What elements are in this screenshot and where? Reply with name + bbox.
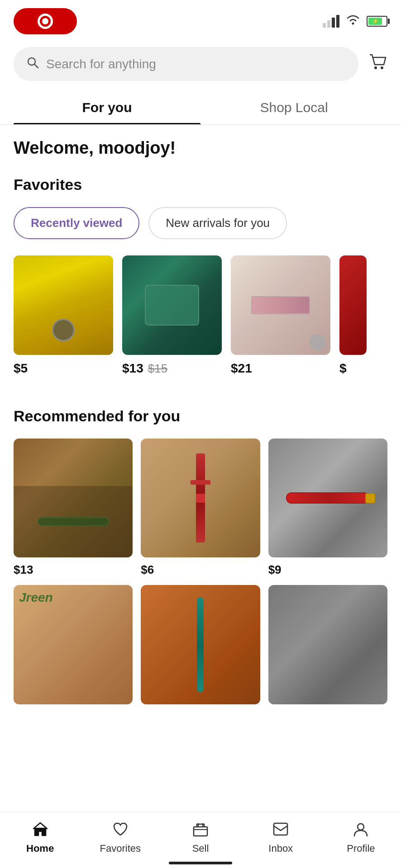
nav-sell[interactable]: Sell — [160, 821, 240, 854]
rec-product-price-2: $6 — [141, 563, 260, 577]
product-card-1[interactable]: $5 — [14, 255, 113, 376]
status-right: ⚡ — [323, 14, 387, 28]
svg-point-7 — [358, 824, 364, 830]
search-bar[interactable]: Search for anything — [14, 47, 358, 81]
inbox-icon — [272, 821, 289, 839]
recommended-product-grid: $13 $6 — [14, 439, 387, 710]
rec-product-1[interactable]: $13 — [14, 439, 133, 577]
bottom-nav: Home Favorites Sell Inb — [0, 812, 401, 868]
product-image-1 — [14, 255, 113, 355]
nav-sell-label: Sell — [192, 843, 209, 854]
rec-product-2[interactable]: $6 — [141, 439, 260, 577]
filter-pills: Recently viewed New arrivals for you — [14, 207, 387, 239]
nav-inbox-label: Inbox — [268, 843, 293, 854]
rec-product-image-1 — [14, 439, 133, 557]
tab-shop-local[interactable]: Shop Local — [200, 89, 387, 124]
search-container: Search for anything — [0, 39, 401, 89]
svg-point-0 — [352, 23, 354, 25]
nav-favorites[interactable]: Favorites — [80, 821, 160, 854]
rec-product-price-1: $13 — [14, 563, 133, 577]
rec-product-6[interactable] — [268, 585, 387, 709]
product-price-4: $ — [339, 361, 367, 376]
signal-icon — [323, 15, 339, 28]
product-price-3: $21 — [231, 361, 330, 376]
svg-point-4 — [381, 66, 383, 69]
svg-rect-5 — [194, 827, 207, 836]
product-image-2 — [122, 255, 222, 355]
rec-product-price-3: $9 — [268, 563, 387, 577]
filter-new-arrivals[interactable]: New arrivals for you — [148, 207, 287, 239]
welcome-heading: Welcome, moodjoy! — [14, 138, 387, 158]
product-card-3[interactable]: $21 — [231, 255, 330, 376]
search-placeholder-text: Search for anything — [46, 57, 156, 71]
nav-inbox[interactable]: Inbox — [241, 821, 321, 854]
cart-icon[interactable] — [368, 53, 387, 75]
svg-line-2 — [34, 64, 38, 68]
tab-bar: For you Shop Local — [0, 89, 401, 125]
recommended-section: Recommended for you $13 — [14, 407, 387, 710]
favorites-section: Favorites Recently viewed New arrivals f… — [14, 176, 387, 385]
rec-product-image-6 — [268, 585, 387, 704]
tab-for-you[interactable]: For you — [14, 89, 200, 124]
svg-rect-6 — [274, 823, 287, 835]
nav-home-label: Home — [26, 843, 54, 854]
svg-point-3 — [374, 66, 377, 69]
nav-home[interactable]: Home — [0, 821, 80, 854]
product-image-4 — [339, 255, 367, 355]
home-indicator — [169, 862, 232, 864]
product-image-3 — [231, 255, 330, 355]
rec-product-image-5 — [141, 585, 260, 704]
logo-icon — [38, 14, 53, 29]
search-icon — [26, 56, 39, 72]
main-content: Welcome, moodjoy! Favorites Recently vie… — [0, 125, 401, 782]
rec-product-image-2 — [141, 439, 260, 557]
rec-product-image-3 — [268, 439, 387, 557]
product-oldprice-2: $15 — [148, 362, 167, 376]
rec-product-5[interactable] — [141, 585, 260, 709]
product-price-2: $13 — [122, 361, 143, 376]
favorites-product-row: $5 $13 $15 — [0, 255, 401, 385]
filter-recently-viewed[interactable]: Recently viewed — [14, 207, 139, 239]
favorites-title: Favorites — [14, 176, 387, 193]
product-card-2[interactable]: $13 $15 — [122, 255, 222, 376]
rec-product-image-4: Jreen — [14, 585, 133, 704]
rec-product-3[interactable]: $9 — [268, 439, 387, 577]
product-price-1: $5 — [14, 361, 113, 376]
nav-profile[interactable]: Profile — [321, 821, 401, 854]
nav-profile-label: Profile — [347, 843, 375, 854]
battery-icon: ⚡ — [367, 16, 387, 27]
favorites-icon — [112, 821, 129, 839]
wifi-icon — [346, 14, 360, 28]
recommended-title: Recommended for you — [14, 407, 387, 425]
app-logo — [14, 8, 77, 34]
status-bar: ⚡ — [0, 0, 401, 39]
home-icon — [32, 821, 48, 839]
rec-product-4[interactable]: Jreen — [14, 585, 133, 709]
product-card-4[interactable]: $ — [339, 255, 367, 376]
profile-icon — [353, 821, 369, 839]
nav-favorites-label: Favorites — [100, 843, 141, 854]
sell-icon — [192, 821, 209, 839]
